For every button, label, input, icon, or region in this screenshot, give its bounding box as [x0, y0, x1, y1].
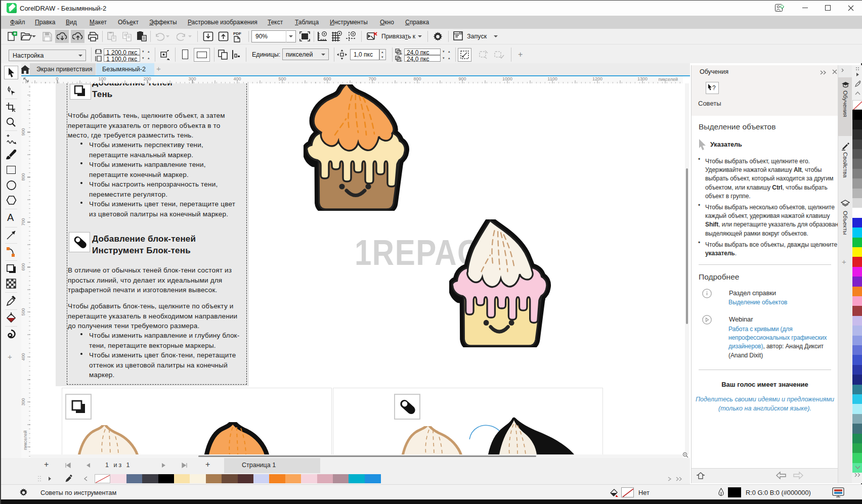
svg-text:x: x — [401, 52, 402, 55]
svg-text:?: ? — [712, 84, 716, 91]
svg-text:y: y — [401, 59, 402, 62]
